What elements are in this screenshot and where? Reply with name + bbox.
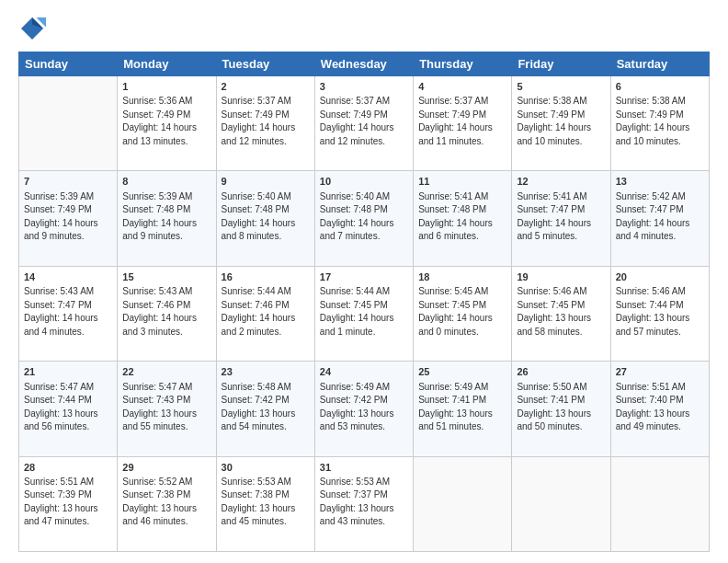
calendar-cell: 4Sunrise: 5:37 AMSunset: 7:49 PMDaylight… (414, 76, 512, 171)
cell-info: Sunset: 7:38 PM (222, 488, 310, 502)
day-number: 10 (320, 175, 408, 189)
day-number: 19 (517, 270, 605, 284)
cell-info: Sunrise: 5:49 AM (418, 381, 506, 395)
cell-info: and 55 minutes. (122, 420, 210, 434)
calendar-cell: 29Sunrise: 5:52 AMSunset: 7:38 PMDayligh… (118, 456, 216, 551)
column-header-sunday: Sunday (19, 52, 118, 76)
calendar-cell: 15Sunrise: 5:43 AMSunset: 7:46 PMDayligh… (118, 266, 216, 361)
cell-info: Sunset: 7:47 PM (616, 203, 704, 217)
day-number: 8 (122, 175, 210, 189)
day-number: 27 (616, 365, 704, 379)
cell-info: Sunrise: 5:47 AM (122, 381, 210, 395)
calendar-cell: 28Sunrise: 5:51 AMSunset: 7:39 PMDayligh… (19, 456, 118, 551)
cell-info: Sunrise: 5:47 AM (24, 381, 112, 395)
day-number: 20 (616, 270, 704, 284)
cell-info: Sunset: 7:47 PM (24, 299, 112, 313)
cell-info: Sunrise: 5:45 AM (418, 285, 506, 299)
calendar-cell: 17Sunrise: 5:44 AMSunset: 7:45 PMDayligh… (314, 266, 413, 361)
day-number: 9 (222, 175, 310, 189)
cell-info: Sunrise: 5:42 AM (616, 190, 704, 204)
day-number: 17 (320, 270, 408, 284)
cell-info: Sunrise: 5:36 AM (122, 95, 210, 109)
calendar-cell: 5Sunrise: 5:38 AMSunset: 7:49 PMDaylight… (512, 76, 610, 171)
cell-info: Daylight: 13 hours (616, 312, 704, 326)
calendar-cell: 12Sunrise: 5:41 AMSunset: 7:47 PMDayligh… (512, 171, 610, 266)
cell-info: and 7 minutes. (320, 230, 408, 244)
cell-info: Sunrise: 5:46 AM (517, 285, 605, 299)
cell-info: and 53 minutes. (320, 420, 408, 434)
cell-info: Daylight: 13 hours (222, 408, 310, 421)
cell-info: Sunset: 7:48 PM (222, 203, 310, 217)
cell-info: and 4 minutes. (616, 230, 704, 244)
cell-info: and 4 minutes. (24, 326, 112, 339)
cell-info: Daylight: 13 hours (418, 408, 506, 421)
day-number: 12 (517, 175, 605, 189)
cell-info: Sunrise: 5:37 AM (320, 95, 408, 109)
cell-info: Sunset: 7:48 PM (320, 203, 408, 217)
week-row-4: 21Sunrise: 5:47 AMSunset: 7:44 PMDayligh… (19, 362, 710, 456)
cell-info: Daylight: 14 hours (320, 121, 408, 135)
cell-info: Sunrise: 5:41 AM (517, 190, 605, 204)
day-number: 2 (222, 80, 310, 94)
day-number: 31 (320, 461, 408, 475)
calendar-cell: 24Sunrise: 5:49 AMSunset: 7:42 PMDayligh… (314, 362, 413, 456)
day-number: 30 (222, 461, 310, 475)
cell-info: Sunrise: 5:46 AM (616, 285, 704, 299)
cell-info: Daylight: 13 hours (24, 502, 112, 516)
cell-info: Sunrise: 5:53 AM (222, 476, 310, 489)
cell-info: Sunset: 7:37 PM (320, 488, 408, 502)
cell-info: and 9 minutes. (24, 230, 112, 244)
cell-info: Daylight: 14 hours (24, 217, 112, 231)
column-header-saturday: Saturday (610, 52, 709, 76)
calendar-cell: 2Sunrise: 5:37 AMSunset: 7:49 PMDaylight… (216, 76, 314, 171)
cell-info: Daylight: 14 hours (320, 312, 408, 326)
day-number: 11 (418, 175, 506, 189)
cell-info: Daylight: 13 hours (24, 408, 112, 421)
cell-info: and 58 minutes. (517, 326, 605, 339)
cell-info: Sunset: 7:46 PM (122, 299, 210, 313)
cell-info: and 12 minutes. (222, 135, 310, 149)
cell-info: Sunrise: 5:39 AM (122, 190, 210, 204)
calendar-cell: 19Sunrise: 5:46 AMSunset: 7:45 PMDayligh… (512, 266, 610, 361)
cell-info: Sunset: 7:44 PM (616, 299, 704, 313)
cell-info: Sunrise: 5:39 AM (24, 190, 112, 204)
cell-info: Sunset: 7:45 PM (418, 299, 506, 313)
cell-info: Daylight: 13 hours (122, 502, 210, 516)
calendar-cell: 21Sunrise: 5:47 AMSunset: 7:44 PMDayligh… (19, 362, 118, 456)
calendar-cell: 3Sunrise: 5:37 AMSunset: 7:49 PMDaylight… (314, 76, 413, 171)
cell-info: Sunset: 7:48 PM (418, 203, 506, 217)
logo (18, 15, 50, 42)
week-row-1: 1Sunrise: 5:36 AMSunset: 7:49 PMDaylight… (19, 76, 710, 171)
cell-info: Daylight: 14 hours (222, 217, 310, 231)
day-number: 14 (24, 270, 112, 284)
cell-info: Sunrise: 5:40 AM (222, 190, 310, 204)
calendar-cell: 1Sunrise: 5:36 AMSunset: 7:49 PMDaylight… (118, 76, 216, 171)
cell-info: Sunrise: 5:50 AM (517, 381, 605, 395)
cell-info: Sunset: 7:49 PM (517, 109, 605, 122)
cell-info: Sunrise: 5:53 AM (320, 476, 408, 489)
cell-info: Daylight: 13 hours (320, 408, 408, 421)
column-header-thursday: Thursday (414, 52, 512, 76)
calendar-cell: 31Sunrise: 5:53 AMSunset: 7:37 PMDayligh… (314, 456, 413, 551)
cell-info: and 2 minutes. (222, 326, 310, 339)
day-number: 25 (418, 365, 506, 379)
cell-info: Sunrise: 5:37 AM (222, 95, 310, 109)
cell-info: Sunset: 7:41 PM (517, 394, 605, 408)
cell-info: and 45 minutes. (222, 515, 310, 529)
cell-info: Daylight: 13 hours (517, 312, 605, 326)
cell-info: Sunset: 7:41 PM (418, 394, 506, 408)
cell-info: and 9 minutes. (122, 230, 210, 244)
cell-info: Daylight: 14 hours (418, 312, 506, 326)
day-number: 7 (24, 175, 112, 189)
day-number: 13 (616, 175, 704, 189)
cell-info: and 43 minutes. (320, 515, 408, 529)
column-header-monday: Monday (118, 52, 216, 76)
week-row-2: 7Sunrise: 5:39 AMSunset: 7:49 PMDaylight… (19, 171, 710, 266)
cell-info: Sunrise: 5:38 AM (616, 95, 704, 109)
day-number: 22 (122, 365, 210, 379)
day-number: 21 (24, 365, 112, 379)
calendar-cell: 8Sunrise: 5:39 AMSunset: 7:48 PMDaylight… (118, 171, 216, 266)
cell-info: Daylight: 14 hours (24, 312, 112, 326)
calendar-cell: 23Sunrise: 5:48 AMSunset: 7:42 PMDayligh… (216, 362, 314, 456)
cell-info: Sunset: 7:49 PM (418, 109, 506, 122)
